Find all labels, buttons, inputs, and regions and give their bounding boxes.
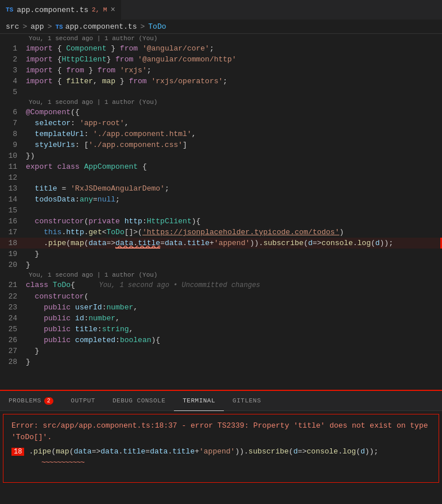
ts-icon: TS bbox=[6, 6, 13, 13]
line-number: 20 bbox=[0, 259, 23, 270]
breadcrumb-sep2: > bbox=[48, 22, 52, 31]
panel-tabs: PROBLEMS 2 OUTPUT DEBUG CONSOLE TERMINAL… bbox=[0, 391, 442, 411]
code-line: 12 bbox=[0, 172, 442, 183]
editor-area: You, 1 second ago | 1 author (You) 1 imp… bbox=[0, 34, 442, 390]
breadcrumb-app[interactable]: app bbox=[30, 22, 44, 31]
line-number: 8 bbox=[0, 129, 23, 139]
breadcrumb-ts-icon: TS bbox=[55, 24, 63, 30]
line-number: 21 bbox=[0, 280, 23, 290]
code-line: 5 bbox=[0, 87, 442, 98]
line-content: title = 'RxJSDemoAngularDemo'; bbox=[23, 183, 442, 194]
code-line: 21 class ToDo{ You, 1 second ago • Uncom… bbox=[0, 280, 442, 291]
line-number: 5 bbox=[0, 87, 23, 98]
line-number: 19 bbox=[0, 249, 23, 259]
line-content: public id:number, bbox=[23, 313, 442, 324]
line-content: styleUrls: ['./app.component.css'] bbox=[23, 139, 442, 150]
code-line: 11 export class AppComponent { bbox=[0, 161, 442, 172]
breadcrumb-symbol[interactable]: ToDo bbox=[148, 22, 166, 31]
code-line: 4 import { filter, map } from 'rxjs/oper… bbox=[0, 76, 442, 87]
line-number: 12 bbox=[0, 172, 23, 183]
line-content: export class AppComponent { bbox=[23, 161, 442, 172]
line-number: 3 bbox=[0, 65, 23, 76]
line-content: import {HttpClient} from '@angular/commo… bbox=[23, 54, 442, 65]
git-info-3: You, 1 second ago | 1 author (You) bbox=[0, 270, 442, 280]
line-number: 23 bbox=[0, 302, 23, 313]
line-number: 24 bbox=[0, 313, 23, 324]
line-content: import { Component } from '@angular/core… bbox=[23, 43, 442, 54]
code-line: 9 styleUrls: ['./app.component.css'] bbox=[0, 139, 442, 150]
line-content: import { from } from 'rxjs'; bbox=[23, 65, 442, 76]
line-content: public title:string, bbox=[23, 324, 442, 335]
error-code-text: .pipe(map(data=>data.title=data.title+'a… bbox=[29, 447, 378, 456]
tab-terminal[interactable]: TERMINAL bbox=[174, 391, 224, 411]
file-tab[interactable]: TS app.component.ts 2, M × bbox=[0, 0, 122, 20]
output-label: OUTPUT bbox=[71, 397, 95, 404]
tab-output[interactable]: OUTPUT bbox=[62, 391, 104, 411]
line-number: 1 bbox=[0, 43, 23, 54]
code-line: 28 } bbox=[0, 356, 442, 367]
breadcrumb: src > app > TS app.component.ts > ToDo bbox=[0, 20, 442, 34]
code-line: 23 public userId:number, bbox=[0, 302, 442, 313]
code-line: 10 }) bbox=[0, 150, 442, 161]
bottom-panel: PROBLEMS 2 OUTPUT DEBUG CONSOLE TERMINAL… bbox=[0, 390, 442, 486]
line-content: public userId:number, bbox=[23, 302, 442, 313]
code-line: 7 selector: 'app-root', bbox=[0, 118, 442, 129]
tab-problems[interactable]: PROBLEMS 2 bbox=[0, 391, 62, 411]
line-number: 9 bbox=[0, 139, 23, 150]
error-line-number: 18 bbox=[11, 448, 24, 456]
error-squiggle: ~~~~~~~~~~~ bbox=[11, 458, 431, 467]
code-line: 13 title = 'RxJSDemoAngularDemo'; bbox=[0, 183, 442, 194]
tab-gitlens[interactable]: GITLENS bbox=[224, 391, 270, 411]
error-code-line: 18 .pipe(map(data=>data.title=data.title… bbox=[11, 447, 431, 456]
code-line: 27 } bbox=[0, 346, 442, 356]
error-message: Error: src/app/app.component.ts:18:37 - … bbox=[11, 420, 431, 443]
squiggle-decoration: ~~~~~~~~~~~ bbox=[41, 458, 84, 467]
line-number: 15 bbox=[0, 205, 23, 216]
line-content: class ToDo{ You, 1 second ago • Uncommit… bbox=[23, 280, 442, 291]
line-number: 10 bbox=[0, 150, 23, 161]
line-number: 27 bbox=[0, 346, 23, 356]
code-line-error: 18 .pipe(map(data=>data.title=data.title… bbox=[0, 238, 442, 249]
code-line: 2 import {HttpClient} from '@angular/com… bbox=[0, 54, 442, 65]
line-content-error: .pipe(map(data=>data.title=data.title+'a… bbox=[23, 238, 442, 249]
code-line: 19 } bbox=[0, 249, 442, 259]
breadcrumb-file[interactable]: app.component.ts bbox=[65, 22, 137, 31]
line-content: } bbox=[23, 259, 442, 270]
breadcrumb-src[interactable]: src bbox=[6, 22, 19, 31]
line-number: 6 bbox=[0, 107, 23, 118]
tab-badges: 2, M bbox=[92, 6, 107, 13]
git-info-1: You, 1 second ago | 1 author (You) bbox=[0, 34, 442, 43]
line-content: import { filter, map } from 'rxjs/operat… bbox=[23, 76, 442, 87]
line-number: 13 bbox=[0, 183, 23, 194]
tab-filename: app.component.ts bbox=[17, 6, 88, 14]
close-icon[interactable]: × bbox=[110, 5, 115, 14]
line-content: } bbox=[23, 346, 442, 356]
git-info-2: You, 1 second ago | 1 author (You) bbox=[0, 98, 442, 107]
line-content: todosData:any=null; bbox=[23, 194, 442, 205]
breadcrumb-sep3: > bbox=[140, 22, 145, 31]
problems-label: PROBLEMS bbox=[9, 397, 41, 404]
code-line: 22 constructor( bbox=[0, 291, 442, 302]
code-line: 16 constructor(private http:HttpClient){ bbox=[0, 216, 442, 227]
code-line: 6 @Component({ bbox=[0, 107, 442, 118]
line-number: 11 bbox=[0, 161, 23, 172]
line-content: constructor( bbox=[23, 291, 442, 302]
git-blame-inline: You, 1 second ago • Uncommitted changes bbox=[87, 281, 260, 289]
code-line: 14 todosData:any=null; bbox=[0, 194, 442, 205]
line-number: 22 bbox=[0, 291, 23, 302]
terminal-content: Error: src/app/app.component.ts:18:37 - … bbox=[3, 414, 439, 483]
code-line: 3 import { from } from 'rxjs'; bbox=[0, 65, 442, 76]
line-number: 14 bbox=[0, 194, 23, 205]
line-number: 25 bbox=[0, 324, 23, 335]
line-content: } bbox=[23, 356, 442, 367]
line-number: 4 bbox=[0, 76, 23, 87]
tab-debug-console[interactable]: DEBUG CONSOLE bbox=[104, 391, 174, 411]
line-number: 17 bbox=[0, 227, 23, 238]
code-line: 1 import { Component } from '@angular/co… bbox=[0, 43, 442, 54]
line-content: @Component({ bbox=[23, 107, 442, 118]
line-content: public completed:boolean){ bbox=[23, 335, 442, 346]
gitlens-label: GITLENS bbox=[232, 397, 261, 404]
line-number: 2 bbox=[0, 54, 23, 65]
breadcrumb-sep1: > bbox=[22, 22, 27, 31]
line-content: this.http.get<ToDo[]>('https://jsonplace… bbox=[23, 227, 442, 238]
